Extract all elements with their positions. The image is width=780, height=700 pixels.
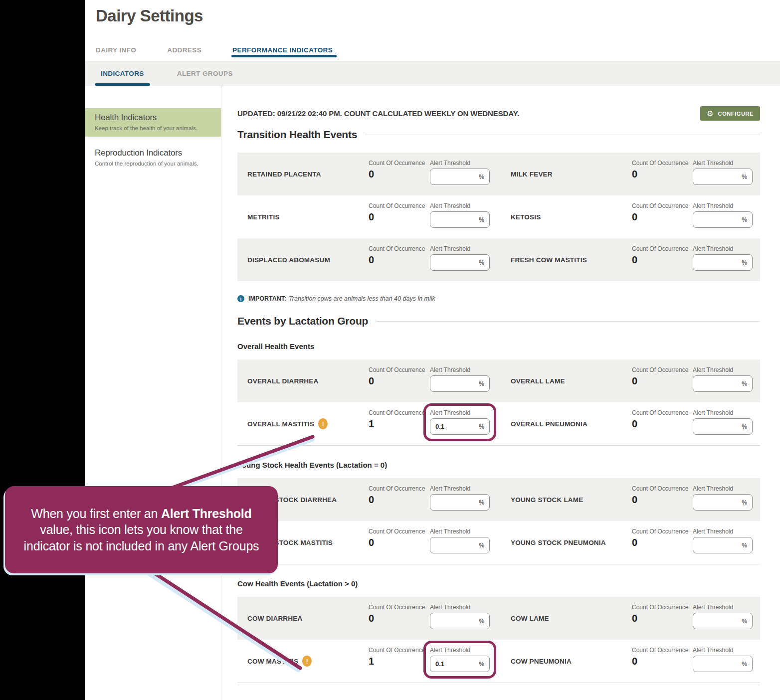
indicator-name: YOUNG STOCK PNEUMONIA bbox=[511, 539, 606, 546]
indicator-name: OVERALL DIARRHEA bbox=[247, 377, 318, 385]
warning-icon: ! bbox=[318, 418, 328, 429]
count-value: 0 bbox=[369, 494, 430, 506]
group-subtitle: Overall Health Events bbox=[237, 342, 760, 350]
sidebar-item-subtitle: Keep track of the health of your animals… bbox=[95, 125, 212, 131]
count-of-occurrence-label: Count Of Occurrence bbox=[369, 604, 430, 611]
sidebar-item-subtitle: Control the reproduction of your animals… bbox=[95, 161, 212, 167]
subtab-alert-groups[interactable]: ALERT GROUPS bbox=[177, 61, 233, 86]
alert-threshold-input[interactable]: % bbox=[430, 169, 490, 185]
alert-threshold-input[interactable]: % bbox=[430, 494, 490, 511]
threshold-cell: Alert Threshold% bbox=[693, 402, 753, 445]
percent-suffix: % bbox=[742, 618, 747, 625]
configure-button[interactable]: ⚙ CONFIGURE bbox=[700, 106, 760, 121]
alert-threshold-input[interactable]: % bbox=[693, 211, 753, 228]
alert-threshold-input[interactable]: 0.1% bbox=[430, 418, 490, 435]
indicator-group: Cow Health Events (Lactation > 0)COW DIA… bbox=[237, 579, 760, 683]
alert-threshold-label: Alert Threshold bbox=[693, 202, 753, 209]
subtab-indicators[interactable]: INDICATORS bbox=[101, 61, 144, 86]
tab-performance-indicators[interactable]: PERFORMANCE INDICATORS bbox=[232, 46, 333, 61]
threshold-cell: Alert Threshold% bbox=[693, 478, 753, 521]
count-value: 0 bbox=[632, 613, 693, 624]
count-of-occurrence-label: Count Of Occurrence bbox=[632, 409, 693, 416]
gear-icon: ⚙ bbox=[707, 110, 713, 117]
warning-icon: ! bbox=[302, 656, 312, 667]
indicator-name: METRITIS bbox=[247, 213, 280, 221]
count-value: 0 bbox=[632, 656, 693, 667]
threshold-wrap: Alert Threshold% bbox=[423, 598, 496, 636]
threshold-cell: Alert Threshold% bbox=[693, 195, 753, 238]
important-text: Transition cows are animals less than 40… bbox=[289, 295, 435, 302]
count-cell: Count Of Occurrence0 bbox=[369, 597, 430, 640]
important-note: iIMPORTANT:Transition cows are animals l… bbox=[237, 295, 760, 302]
indicator-row: YOUNG STOCK MASTITISCount Of Occurrence0… bbox=[237, 521, 760, 564]
threshold-cell: Alert Threshold0.1% bbox=[430, 640, 511, 683]
alert-threshold-input[interactable]: % bbox=[693, 494, 753, 511]
percent-suffix: % bbox=[479, 423, 484, 430]
threshold-wrap: Alert Threshold% bbox=[423, 360, 496, 398]
threshold-cell: Alert Threshold% bbox=[430, 238, 511, 281]
alert-threshold-label: Alert Threshold bbox=[430, 485, 490, 492]
alert-threshold-input[interactable]: % bbox=[693, 418, 753, 435]
threshold-value: 0.1 bbox=[435, 660, 444, 668]
count-of-occurrence-label: Count Of Occurrence bbox=[369, 485, 430, 492]
alert-threshold-input[interactable]: % bbox=[430, 375, 490, 392]
alert-threshold-input[interactable]: % bbox=[693, 537, 753, 553]
threshold-cell: Alert Threshold% bbox=[430, 478, 511, 521]
count-of-occurrence-label: Count Of Occurrence bbox=[632, 528, 693, 535]
main-tab-bar: DAIRY INFO ADDRESS PERFORMANCE INDICATOR… bbox=[96, 46, 364, 61]
threshold-cell: Alert Threshold% bbox=[693, 640, 753, 683]
indicator-group: Overall Health EventsOVERALL DIARRHEACou… bbox=[237, 342, 760, 446]
count-value: 0 bbox=[632, 494, 693, 506]
alert-threshold-label: Alert Threshold bbox=[430, 604, 490, 611]
sidebar-item-health-indicators[interactable]: Health Indicators Keep track of the heal… bbox=[85, 108, 221, 137]
threshold-wrap: Alert Threshold% bbox=[686, 239, 759, 277]
sections: Transition Health EventsRETAINED PLACENT… bbox=[237, 129, 760, 683]
sub-tab-bar: INDICATORS ALERT GROUPS bbox=[85, 61, 780, 86]
count-value: 0 bbox=[632, 537, 693, 548]
alert-threshold-input[interactable]: % bbox=[430, 211, 490, 228]
indicator-name-cell: YOUNG STOCK PNEUMONIA bbox=[511, 521, 632, 564]
sidebar-item-reproduction-indicators[interactable]: Reproduction Indicators Control the repr… bbox=[85, 144, 221, 172]
percent-suffix: % bbox=[479, 542, 484, 549]
alert-threshold-input[interactable]: % bbox=[693, 656, 753, 672]
tab-address[interactable]: ADDRESS bbox=[167, 46, 201, 61]
tab-dairy-info[interactable]: DAIRY INFO bbox=[96, 46, 136, 61]
indicator-name: COW PNEUMONIA bbox=[511, 658, 572, 665]
page-header: Dairy Settings DAIRY INFO ADDRESS PERFOR… bbox=[85, 0, 780, 61]
alert-threshold-input[interactable]: % bbox=[693, 169, 753, 185]
alert-threshold-input[interactable]: % bbox=[693, 375, 753, 392]
count-cell: Count Of Occurrence0 bbox=[369, 478, 430, 521]
alert-threshold-input[interactable]: % bbox=[430, 537, 490, 553]
count-cell: Count Of Occurrence0 bbox=[632, 597, 693, 640]
count-value: 0 bbox=[369, 537, 430, 548]
alert-threshold-label: Alert Threshold bbox=[693, 604, 753, 611]
alert-threshold-input[interactable]: % bbox=[430, 254, 490, 271]
group-subtitle: Young Stock Health Events (Lactation = 0… bbox=[237, 461, 760, 469]
alert-threshold-input[interactable]: % bbox=[693, 613, 753, 629]
section: Events by Lactation GroupOverall Health … bbox=[237, 315, 760, 683]
alert-threshold-label: Alert Threshold bbox=[430, 160, 490, 167]
alert-threshold-input[interactable]: % bbox=[430, 613, 490, 629]
alert-threshold-input[interactable]: 0.1% bbox=[430, 656, 490, 672]
alert-threshold-label: Alert Threshold bbox=[693, 160, 753, 167]
count-cell: Count Of Occurrence0 bbox=[369, 195, 430, 238]
indicator-name-cell: RETAINED PLACENTA bbox=[247, 153, 369, 195]
alert-threshold-input[interactable]: % bbox=[693, 254, 753, 271]
indicator-name: RETAINED PLACENTA bbox=[247, 171, 321, 178]
count-of-occurrence-label: Count Of Occurrence bbox=[632, 604, 693, 611]
info-icon: i bbox=[237, 295, 244, 302]
indicator-name-cell: MILK FEVER bbox=[511, 153, 632, 195]
count-cell: Count Of Occurrence0 bbox=[632, 359, 693, 402]
indicator-name-cell: OVERALL DIARRHEA bbox=[247, 359, 369, 402]
alert-threshold-label: Alert Threshold bbox=[430, 202, 490, 209]
threshold-wrap: Alert Threshold% bbox=[423, 479, 496, 517]
indicator-row: OVERALL MASTITIS!Count Of Occurrence1Ale… bbox=[237, 402, 760, 445]
group-subtitle: Cow Health Events (Lactation > 0) bbox=[237, 579, 760, 588]
count-value: 0 bbox=[632, 418, 693, 430]
percent-suffix: % bbox=[742, 216, 747, 223]
alert-threshold-label: Alert Threshold bbox=[693, 647, 753, 654]
indicator-group: Young Stock Health Events (Lactation = 0… bbox=[237, 461, 760, 564]
count-of-occurrence-label: Count Of Occurrence bbox=[369, 528, 430, 535]
percent-suffix: % bbox=[479, 216, 484, 223]
count-value: 0 bbox=[632, 375, 693, 387]
